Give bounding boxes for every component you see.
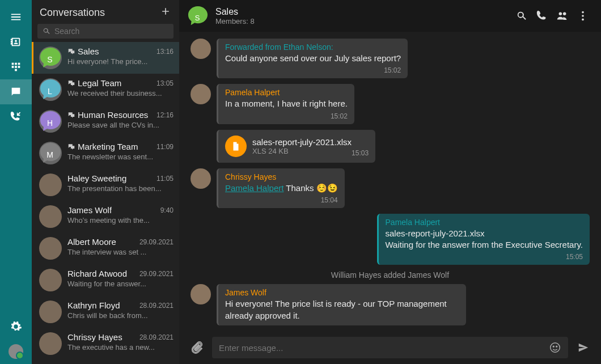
conversation-item[interactable]: James Wolf Who's meeting with the... 9:4… — [32, 201, 179, 232]
search-icon — [515, 10, 528, 22]
svg-point-8 — [563, 12, 566, 15]
conversation-name: James Wolf — [67, 205, 112, 215]
address-book-icon — [10, 36, 22, 48]
message-text: Could anyone send over our July sales re… — [225, 53, 401, 64]
conversation-item[interactable]: H Human Resources Please save all the CV… — [32, 105, 179, 137]
more-vertical-icon — [577, 10, 589, 22]
svg-point-14 — [556, 346, 557, 347]
search-input[interactable] — [54, 27, 169, 36]
chat-members-button[interactable] — [552, 6, 573, 26]
chat-panel: S Sales Members: 8 Forwarded from Ethan … — [179, 0, 601, 364]
svg-rect-2 — [18, 63, 20, 65]
chat-more-button[interactable] — [573, 6, 593, 26]
nav-calls[interactable] — [0, 104, 32, 129]
message-sender: Pamela Halpert — [225, 88, 348, 97]
search-box[interactable] — [37, 24, 173, 39]
search-icon — [42, 27, 51, 36]
message-bubble[interactable]: Pamela Halpert sales-report-july-2021.xl… — [377, 214, 590, 265]
message-row: sales-report-july-2021.xlsx XLS 24 KB 15… — [191, 130, 590, 163]
message-time: 15:05 — [386, 253, 583, 261]
chat-header: S Sales Members: 8 — [179, 0, 601, 32]
message-text: Pamela Halpert Thanks ☺️😉 — [225, 183, 338, 194]
conversation-time: 9:40 — [160, 206, 173, 214]
phone-icon — [536, 10, 548, 22]
message-time: 15:03 — [352, 149, 369, 157]
sender-avatar — [191, 84, 211, 104]
conversation-item[interactable]: M Marketing Team The newsletter was sent… — [32, 137, 179, 169]
message-sender: Pamela Halpert — [386, 218, 583, 227]
gear-icon — [10, 320, 22, 333]
attach-button[interactable] — [187, 338, 206, 357]
svg-point-7 — [559, 12, 562, 15]
message-bubble[interactable]: Chrissy Hayes Pamela Halpert Thanks ☺️😉 … — [217, 168, 345, 208]
conversation-name: Human Resources — [78, 110, 148, 120]
user-avatar — [39, 205, 62, 228]
conversation-item[interactable]: Kathryn Floyd Chris will be back from...… — [32, 296, 179, 328]
message-row: James Wolf Hi everyone! The price list i… — [191, 284, 590, 325]
conversation-name: Legal Team — [78, 78, 121, 88]
user-avatar — [39, 269, 62, 291]
nav-dialpad[interactable] — [0, 54, 32, 79]
hamburger-icon — [10, 11, 22, 23]
conversation-item[interactable]: Richard Atwood Waiting for the answer...… — [32, 264, 179, 296]
message-input[interactable] — [219, 343, 549, 353]
chat-subtitle: Members: 8 — [215, 17, 255, 26]
emoji-icon[interactable] — [549, 341, 561, 354]
user-avatar — [39, 173, 62, 196]
group-avatar: H — [39, 110, 62, 133]
mention[interactable]: Pamela Halpert — [225, 183, 283, 193]
message-time: 15:02 — [225, 112, 348, 120]
chat-icon — [10, 86, 22, 98]
message-bubble[interactable]: Pamela Halpert In a moment, I have it ri… — [217, 84, 354, 124]
message-time: 15:04 — [225, 196, 338, 204]
send-icon — [577, 341, 590, 354]
message-text: Hi everyone! The price list is ready - o… — [225, 298, 459, 321]
conversation-time: 13:05 — [156, 79, 173, 87]
message-time: 15:02 — [225, 66, 401, 74]
conversation-item[interactable]: Albert Moore The interview was set ... 2… — [32, 232, 179, 264]
conversation-time: 28.09.2021 — [139, 302, 173, 310]
message-row-self: Pamela Halpert sales-report-july-2021.xl… — [191, 214, 590, 265]
send-button[interactable] — [574, 338, 593, 357]
nav-settings[interactable] — [0, 314, 32, 339]
conversation-item[interactable]: S Sales Hi everyone! The price... 13:16 — [32, 42, 179, 74]
message-bubble[interactable]: Forwarded from Ethan Nelson: Could anyon… — [217, 39, 408, 78]
conversation-item[interactable]: L Legal Team We received their business.… — [32, 74, 179, 105]
conversation-name: Richard Atwood — [67, 269, 127, 278]
people-icon — [556, 10, 569, 22]
conversation-time: 11:09 — [156, 143, 173, 151]
nav-contacts[interactable] — [0, 29, 32, 54]
conversation-preview: The interview was set ... — [67, 248, 173, 256]
svg-point-9 — [582, 11, 584, 14]
conversation-name: Chrissy Hayes — [67, 332, 122, 342]
message-sender: Forwarded from Ethan Nelson: — [225, 43, 401, 52]
chat-search-button[interactable] — [511, 6, 532, 26]
conversation-preview: The executive has a new... — [67, 343, 173, 352]
nav-menu[interactable] — [0, 5, 32, 29]
new-conversation-button[interactable] — [160, 6, 171, 19]
chat-call-button[interactable] — [532, 6, 552, 26]
file-icon — [225, 136, 247, 157]
conversation-time: 11:05 — [156, 175, 173, 183]
chat-title: Sales — [215, 7, 255, 17]
conversation-item[interactable]: Haley Sweeting The presentation has been… — [32, 169, 179, 201]
user-avatar — [39, 332, 62, 355]
message-input-box[interactable] — [212, 337, 568, 358]
conversation-item[interactable]: Chrissy Hayes The executive has a new...… — [32, 328, 179, 359]
conversation-name: Marketing Team — [78, 142, 138, 151]
file-attachment[interactable]: sales-report-july-2021.xlsx XLS 24 KB 15… — [217, 130, 375, 163]
paperclip-icon — [191, 341, 203, 354]
conversation-time: 28.09.2021 — [139, 333, 173, 341]
sender-avatar — [191, 284, 211, 304]
nav-profile[interactable] — [0, 339, 32, 364]
svg-point-10 — [582, 15, 584, 17]
conversation-name: Haley Sweeting — [67, 173, 126, 183]
conversation-preview: The newsletter was sent... — [67, 153, 173, 161]
svg-point-13 — [553, 346, 554, 347]
conversation-time: 12:16 — [156, 111, 173, 119]
group-avatar: L — [39, 78, 62, 101]
nav-chat[interactable] — [0, 79, 32, 104]
message-bubble[interactable]: James Wolf Hi everyone! The price list i… — [217, 284, 466, 325]
conversation-name: Kathryn Floyd — [67, 300, 120, 310]
chat-avatar: S — [187, 5, 209, 27]
